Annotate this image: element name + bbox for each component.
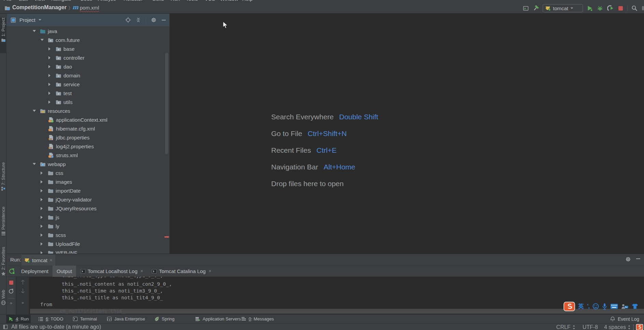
tree-item-scss[interactable]: scss (40, 230, 66, 239)
collapsed-arrow-icon[interactable] (48, 55, 56, 60)
collapsed-arrow-icon[interactable] (40, 188, 48, 193)
more-actions-icon[interactable]: » (10, 301, 12, 305)
build-hammer-icon[interactable] (532, 5, 539, 12)
tree-item-webapp[interactable]: webapp (32, 160, 66, 168)
menu-window[interactable]: Window (220, 0, 238, 2)
collapsed-arrow-icon[interactable] (48, 64, 56, 69)
edge-icon[interactable] (641, 5, 644, 12)
tree-item-utils[interactable]: utils (48, 97, 73, 106)
more-console-actions-icon[interactable]: » (21, 300, 24, 305)
tree-item-ly[interactable]: ly (40, 222, 59, 230)
console-tab-tomcat-localhost-log[interactable]: Tomcat Localhost Log✕ (76, 266, 147, 277)
ime-keyboard-icon[interactable] (610, 303, 618, 309)
collapsed-arrow-icon[interactable] (48, 46, 56, 51)
hide-run-panel-icon[interactable] (636, 256, 641, 262)
rerun-server-icon[interactable] (9, 268, 15, 274)
console-tab-deployment[interactable]: Deployment (17, 266, 53, 277)
menu-run[interactable]: Run (171, 0, 180, 2)
close-icon[interactable]: ✕ (140, 269, 143, 273)
tree-scrollbar[interactable] (165, 53, 168, 154)
menu-code[interactable]: Code (80, 0, 92, 2)
tree-item-jquery-validator[interactable]: jQuery-validator (40, 195, 92, 204)
ime-account-icon[interactable] (621, 303, 628, 310)
tree-item-resources[interactable]: resources (32, 106, 70, 115)
search-icon[interactable] (631, 5, 638, 12)
tree-item-base[interactable]: base (48, 44, 75, 53)
ime-skin-icon[interactable] (631, 303, 639, 310)
tree-item-dao[interactable]: dao (48, 62, 72, 71)
expanded-arrow-icon[interactable] (32, 28, 40, 34)
ime-emoji-icon[interactable] (592, 303, 599, 310)
coverage-button[interactable] (607, 5, 614, 12)
collapsed-arrow-icon[interactable] (40, 197, 48, 202)
tree-item-importdate[interactable]: importDate (40, 186, 80, 195)
stripe--project[interactable]: 1: Project (0, 18, 6, 53)
collapsed-arrow-icon[interactable] (48, 90, 56, 96)
stripe--structure[interactable]: 7: Structure (0, 162, 6, 203)
status-message[interactable]: All files are up-to-date (a minute ago) (11, 324, 101, 330)
collapsed-arrow-icon[interactable] (48, 73, 56, 78)
breadcrumb-project[interactable]: CompetitionManager (12, 4, 67, 11)
restart-icon[interactable] (8, 288, 14, 294)
run-session-tab[interactable]: tomcat ✕ (21, 255, 55, 266)
tree-item-domain[interactable]: domain (48, 71, 80, 80)
toolwindow-button-spring[interactable]: Spring (152, 315, 177, 323)
locate-icon[interactable] (125, 17, 131, 23)
toolwindow-button-0-messages[interactable]: 0: Messages (239, 315, 276, 323)
project-panel-caret-icon[interactable] (38, 19, 42, 21)
run-settings-gear-icon[interactable] (625, 256, 631, 262)
tree-item-images[interactable]: images (40, 177, 72, 186)
collapsed-arrow-icon[interactable] (48, 81, 56, 87)
debug-button[interactable] (597, 5, 603, 12)
tree-item-web-inf[interactable]: WEB-INF (40, 248, 77, 254)
tree-item-struts-xml[interactable]: struts.xml (48, 151, 78, 160)
ime-mode-toggle[interactable]: 英 (578, 302, 584, 310)
tree-item-uploadfile[interactable]: UploadFile (40, 239, 80, 248)
collapsed-arrow-icon[interactable] (40, 250, 48, 254)
close-icon[interactable]: ✕ (208, 269, 211, 273)
expanded-arrow-icon[interactable] (32, 108, 40, 114)
console-tab-tomcat-catalina-log[interactable]: Tomcat Catalina Log✕ (147, 266, 216, 277)
toolwindow-button-java-enterprise[interactable]: Java Enterprise (105, 315, 147, 323)
ime-mic-icon[interactable] (602, 303, 607, 310)
tree-item-css[interactable]: css (40, 168, 63, 177)
collapsed-arrow-icon[interactable] (40, 206, 48, 211)
console-output[interactable]: this_.noti_type as noti_typ1_9_0_,this_.… (29, 277, 644, 315)
tree-item-java[interactable]: java (32, 27, 57, 35)
indent-indicator[interactable]: 4 spaces (604, 324, 626, 330)
tree-item-hibernate-cfg-xml[interactable]: hibernate.cfg.xml (48, 124, 95, 133)
ime-punctuation-icon[interactable]: ’, (587, 303, 589, 310)
run-config-dropdown[interactable]: tomcat (543, 4, 583, 12)
menu-tools[interactable]: Tools (186, 0, 198, 2)
settings-gear-icon[interactable] (151, 17, 157, 23)
sogou-status-icon[interactable] (636, 324, 643, 330)
hide-panel-icon[interactable] (161, 18, 166, 22)
menu-help[interactable]: Help (242, 0, 253, 2)
stop-button[interactable] (617, 5, 624, 12)
tree-item-service[interactable]: service (48, 80, 80, 89)
tree-item-com-future[interactable]: com.future (40, 35, 80, 44)
tree-item-jqueryresources[interactable]: JQueryResources (40, 204, 97, 213)
toolwindow-toggle-icon[interactable] (3, 325, 8, 329)
collapsed-arrow-icon[interactable] (40, 241, 48, 246)
collapsed-arrow-icon[interactable] (48, 99, 56, 105)
tree-item-controller[interactable]: controller (48, 53, 85, 62)
toolwindow-button-terminal[interactable]: Terminal (71, 315, 99, 323)
expanded-arrow-icon[interactable] (40, 37, 48, 43)
project-panel-title[interactable]: Project (19, 17, 35, 23)
event-log-button[interactable]: Event Log (610, 315, 639, 323)
collapsed-arrow-icon[interactable] (40, 170, 48, 176)
run-button[interactable] (586, 5, 593, 12)
stripe-persistence[interactable]: Persistence (0, 207, 6, 246)
menu-navigate[interactable]: Navigate (51, 0, 71, 2)
menu-edit[interactable]: Edit (19, 0, 28, 2)
console-tab-output[interactable]: Output (53, 266, 76, 277)
tree-item-log4j2-properties[interactable]: log4j2.properties (48, 142, 94, 151)
expanded-arrow-icon[interactable] (32, 161, 40, 167)
preview-icon[interactable] (522, 5, 529, 12)
menu-vcs[interactable]: VCS (205, 0, 215, 2)
collapsed-arrow-icon[interactable] (40, 232, 48, 238)
menu-refactor[interactable]: Refactor (123, 0, 143, 2)
collapse-all-icon[interactable] (136, 17, 141, 22)
collapsed-arrow-icon[interactable] (40, 214, 48, 220)
